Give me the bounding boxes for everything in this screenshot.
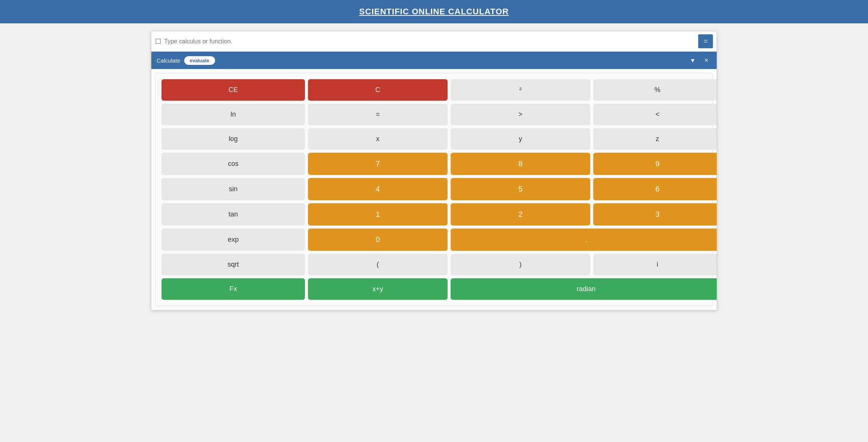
- four-button[interactable]: 4: [308, 178, 448, 200]
- sqrt-button[interactable]: sqrt: [162, 254, 305, 275]
- one-button[interactable]: 1: [308, 203, 448, 226]
- clipboard-icon: ☐: [155, 37, 161, 46]
- y-button[interactable]: y: [451, 128, 590, 150]
- app-header: SCIENTIFIC ONLINE CALCULATOR: [0, 0, 868, 23]
- buttons-area: CE C ² % ln = > < log x y z cos 7 8 9 si…: [155, 73, 713, 306]
- nine-button[interactable]: 9: [593, 153, 717, 175]
- exp-button[interactable]: exp: [162, 229, 305, 251]
- close-paren-button[interactable]: ): [451, 254, 590, 275]
- ce-button[interactable]: CE: [162, 79, 305, 101]
- close-button[interactable]: ×: [701, 56, 711, 65]
- gt-button[interactable]: >: [451, 104, 590, 125]
- five-button[interactable]: 5: [451, 178, 590, 200]
- two-button[interactable]: 2: [451, 203, 590, 226]
- open-paren-button[interactable]: (: [308, 254, 448, 275]
- three-button[interactable]: 3: [593, 203, 717, 226]
- z-button[interactable]: z: [593, 128, 717, 150]
- squared-button[interactable]: ²: [451, 79, 590, 101]
- zero-button[interactable]: 0: [308, 229, 448, 251]
- seven-button[interactable]: 7: [308, 153, 448, 175]
- button-grid: CE C ² % ln = > < log x y z cos 7 8 9 si…: [162, 79, 706, 300]
- equals-top-button[interactable]: =: [698, 34, 713, 48]
- tan-button[interactable]: tan: [162, 203, 305, 226]
- six-button[interactable]: 6: [593, 178, 717, 200]
- eq-button[interactable]: =: [308, 104, 448, 125]
- evaluate-button[interactable]: evaluate: [184, 56, 215, 65]
- app-title: SCIENTIFIC ONLINE CALCULATOR: [359, 7, 509, 16]
- xy-button[interactable]: x+y: [308, 278, 448, 300]
- fx-button[interactable]: Fx: [162, 278, 305, 300]
- ln-button[interactable]: ln: [162, 104, 305, 125]
- cos-button[interactable]: cos: [162, 153, 305, 175]
- log-button[interactable]: log: [162, 128, 305, 150]
- calc-input[interactable]: [164, 38, 695, 45]
- x-button[interactable]: x: [308, 128, 448, 150]
- calculate-bar: Calculate evaluate ▾ ×: [151, 52, 717, 69]
- radian-button[interactable]: radian: [451, 278, 717, 300]
- eight-button[interactable]: 8: [451, 153, 590, 175]
- percent-button[interactable]: %: [593, 79, 717, 101]
- calculate-label: Calculate: [157, 57, 180, 64]
- sin-button[interactable]: sin: [162, 178, 305, 200]
- lt-button[interactable]: <: [593, 104, 717, 125]
- calculator-wrapper: ☐ = Calculate evaluate ▾ × CE C ² % ln =…: [151, 31, 717, 310]
- dot-button[interactable]: .: [451, 229, 717, 251]
- input-bar: ☐ =: [151, 31, 717, 52]
- i-button[interactable]: i: [593, 254, 717, 275]
- c-button[interactable]: C: [308, 79, 448, 101]
- dropdown-button[interactable]: ▾: [688, 55, 697, 65]
